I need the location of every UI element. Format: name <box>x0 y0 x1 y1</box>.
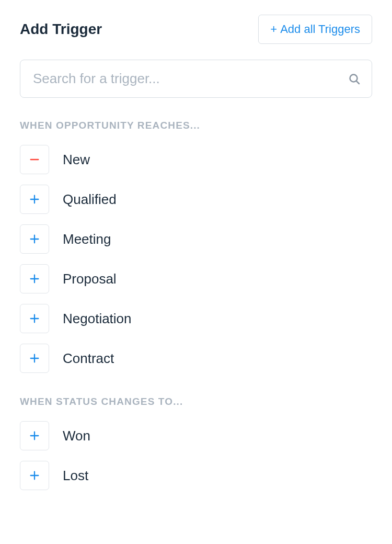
add-trigger-button-proposal[interactable] <box>20 264 49 293</box>
add-all-label: Add all Triggers <box>280 22 360 36</box>
plus-icon <box>29 353 40 364</box>
add-trigger-button-meeting[interactable] <box>20 224 49 254</box>
plus-icon <box>29 233 40 245</box>
remove-trigger-button-new[interactable] <box>20 145 49 174</box>
trigger-row: New <box>20 145 372 174</box>
add-trigger-button-negotiation[interactable] <box>20 304 49 333</box>
trigger-label: Proposal <box>63 271 117 287</box>
plus-icon: + <box>270 24 277 35</box>
trigger-label: Negotiation <box>63 311 132 327</box>
section-opportunity-label: When opportunity reaches... <box>20 120 372 131</box>
svg-line-1 <box>356 81 359 83</box>
add-trigger-button-qualified[interactable] <box>20 185 49 214</box>
header: Add Trigger + Add all Triggers <box>20 15 372 44</box>
trigger-label: Won <box>63 428 90 444</box>
trigger-row: Contract <box>20 344 372 373</box>
trigger-row: Meeting <box>20 224 372 254</box>
add-trigger-button-lost[interactable] <box>20 461 49 490</box>
search-icon <box>348 73 361 85</box>
minus-icon <box>29 154 40 165</box>
trigger-label: Qualified <box>63 191 117 208</box>
trigger-row: Lost <box>20 461 372 490</box>
section-opportunity: When opportunity reaches... New Qualifie… <box>20 120 372 373</box>
trigger-row: Qualified <box>20 185 372 214</box>
add-trigger-button-contract[interactable] <box>20 344 49 373</box>
plus-icon <box>29 273 40 285</box>
section-status-label: When status changes to... <box>20 396 372 407</box>
trigger-label: Contract <box>63 350 114 367</box>
trigger-row: Proposal <box>20 264 372 293</box>
plus-icon <box>29 194 40 205</box>
search-wrapper <box>20 60 372 98</box>
trigger-label: Meeting <box>63 231 111 247</box>
add-trigger-button-won[interactable] <box>20 421 49 450</box>
trigger-row: Negotiation <box>20 304 372 333</box>
search-input[interactable] <box>20 60 372 98</box>
add-all-triggers-button[interactable]: + Add all Triggers <box>258 15 372 44</box>
plus-icon <box>29 470 40 481</box>
plus-icon <box>29 430 40 441</box>
trigger-row: Won <box>20 421 372 450</box>
plus-icon <box>29 313 40 324</box>
section-status: When status changes to... Won Lost <box>20 396 372 490</box>
page-title: Add Trigger <box>20 21 102 38</box>
trigger-label: New <box>63 152 90 168</box>
trigger-label: Lost <box>63 468 88 484</box>
